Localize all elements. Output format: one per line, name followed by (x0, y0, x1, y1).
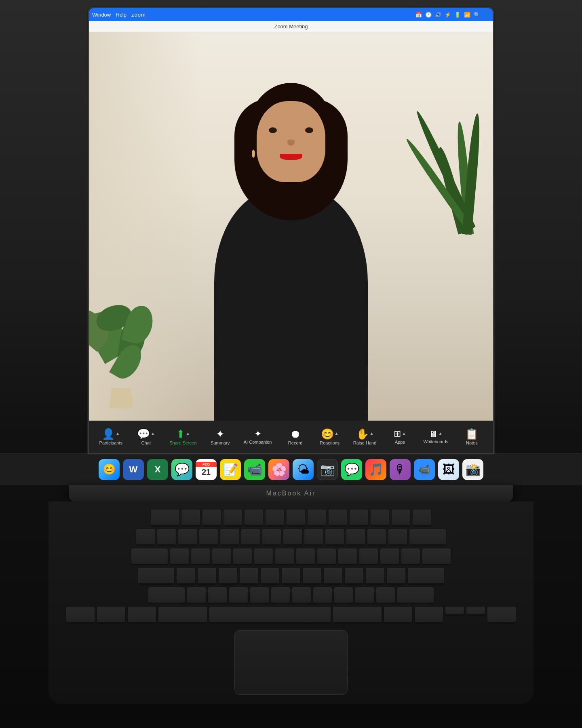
toolbar-summary[interactable]: ✦ Summary (206, 427, 234, 447)
key-f9[interactable] (350, 510, 368, 526)
key-l[interactable] (345, 568, 363, 584)
key-u[interactable] (296, 548, 315, 565)
key-fn[interactable] (66, 607, 95, 623)
dock-facetime[interactable]: 📹 (244, 459, 265, 480)
key-7[interactable] (283, 529, 302, 545)
toolbar-notes[interactable]: 📋 Notes (458, 427, 486, 447)
key-5[interactable] (241, 529, 260, 545)
key-arrow-down[interactable] (466, 607, 485, 615)
key-c[interactable] (229, 587, 248, 603)
dock-podcasts[interactable]: 🎙 (390, 459, 411, 480)
search-menubar-icon[interactable]: 🔍 (474, 12, 480, 18)
key-control[interactable] (97, 607, 125, 623)
apps-arrow[interactable]: ▲ (402, 431, 406, 436)
key-f1[interactable] (181, 510, 200, 526)
key-cmd-l[interactable] (158, 607, 207, 623)
key-z[interactable] (187, 587, 206, 603)
trackpad[interactable] (234, 630, 348, 695)
dock-music[interactable]: 🎵 (365, 459, 386, 480)
raise-hand-arrow[interactable]: ▲ (370, 431, 374, 436)
dock-photos2[interactable]: 📸 (462, 459, 483, 480)
key-space[interactable] (209, 607, 331, 623)
toolbar-record[interactable]: ⏺ Record (281, 427, 310, 447)
dock-weather[interactable]: 🌤 (293, 459, 314, 480)
key-equals[interactable] (388, 529, 407, 545)
key-f7[interactable] (308, 510, 326, 526)
toolbar-raise-hand[interactable]: ✋ ▲ Raise Hand (350, 427, 380, 447)
key-bracket-l[interactable] (380, 548, 399, 565)
toolbar-share-screen[interactable]: ⬆ ▲ Share Screen (166, 427, 200, 447)
key-arrow-left[interactable] (415, 607, 443, 623)
key-9[interactable] (325, 529, 344, 545)
reactions-arrow[interactable]: ▲ (335, 431, 339, 436)
key-0[interactable] (346, 529, 365, 545)
key-comma[interactable] (334, 587, 353, 603)
key-a[interactable] (177, 568, 195, 584)
key-f3[interactable] (224, 510, 242, 526)
key-f4[interactable] (245, 510, 263, 526)
key-minus[interactable] (367, 529, 386, 545)
key-semicolon[interactable] (366, 568, 384, 584)
user-menubar-icon[interactable]: 👤 (483, 12, 490, 18)
toolbar-chat[interactable]: 💬 ▲ Chat (132, 427, 160, 447)
dock-excel[interactable]: X (147, 459, 168, 480)
toolbar-reactions[interactable]: 😊 ▲ Reactions (316, 427, 344, 447)
key-f11[interactable] (392, 510, 410, 526)
key-4[interactable] (220, 529, 239, 545)
key-backslash[interactable] (422, 548, 451, 565)
key-v[interactable] (250, 587, 269, 603)
dock-notes[interactable]: 📝 (220, 459, 241, 480)
key-arrow-up[interactable] (445, 607, 464, 615)
key-slash[interactable] (376, 587, 395, 603)
key-i[interactable] (317, 548, 336, 565)
key-delete[interactable] (409, 529, 446, 545)
key-j[interactable] (303, 568, 321, 584)
key-esc[interactable] (151, 510, 179, 526)
key-f6[interactable] (287, 510, 305, 526)
dock-finder[interactable]: 😊 (99, 459, 120, 480)
key-m[interactable] (313, 587, 332, 603)
key-h[interactable] (282, 568, 300, 584)
toolbar-whiteboards[interactable]: 🖥 ▲ Whiteboards (420, 428, 451, 446)
key-n[interactable] (292, 587, 311, 603)
key-f10[interactable] (371, 510, 389, 526)
menu-help[interactable]: Help (116, 12, 127, 18)
key-r[interactable] (233, 548, 252, 565)
key-arrow-right[interactable] (487, 607, 516, 623)
whiteboards-arrow[interactable]: ▲ (438, 431, 442, 436)
key-t[interactable] (254, 548, 273, 565)
key-f8[interactable] (329, 510, 347, 526)
key-tab[interactable] (131, 548, 168, 565)
key-1[interactable] (157, 529, 176, 545)
dock-whatsapp[interactable]: 💬 (341, 459, 362, 480)
dock-calendar[interactable]: FEB 21 (196, 459, 217, 480)
key-3[interactable] (199, 529, 218, 545)
key-b[interactable] (271, 587, 290, 603)
key-2[interactable] (178, 529, 197, 545)
key-f5[interactable] (266, 510, 284, 526)
key-cmd-r[interactable] (333, 607, 382, 623)
key-w[interactable] (191, 548, 210, 565)
key-shift-l[interactable] (148, 587, 185, 603)
key-caps[interactable] (138, 568, 174, 584)
key-shift-r[interactable] (397, 587, 434, 603)
key-s[interactable] (198, 568, 216, 584)
key-f[interactable] (240, 568, 258, 584)
key-g[interactable] (261, 568, 279, 584)
key-y[interactable] (275, 548, 294, 565)
key-option-r[interactable] (384, 607, 412, 623)
key-8[interactable] (304, 529, 323, 545)
dock-photos[interactable]: 🌸 (268, 459, 289, 480)
key-return[interactable] (408, 568, 444, 584)
key-f2[interactable] (202, 510, 221, 526)
key-p[interactable] (359, 548, 378, 565)
key-d[interactable] (219, 568, 237, 584)
chat-arrow[interactable]: ▲ (151, 431, 155, 436)
dock-zoom[interactable]: 📹 (414, 459, 435, 480)
key-x[interactable] (208, 587, 227, 603)
participants-arrow[interactable]: ▲ (116, 431, 120, 436)
key-backtick[interactable] (136, 529, 155, 545)
key-6[interactable] (262, 529, 281, 545)
key-k[interactable] (324, 568, 342, 584)
toolbar-ai-companion[interactable]: ✦ AI Companion (240, 427, 275, 447)
